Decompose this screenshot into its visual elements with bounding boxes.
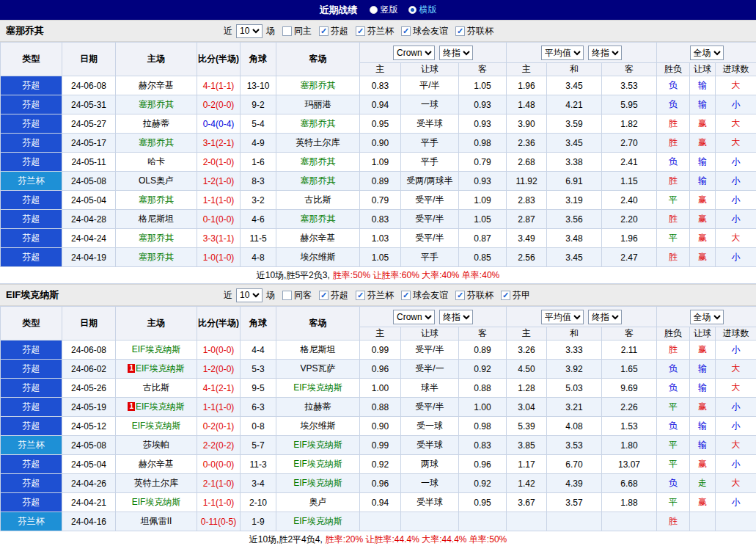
avg-home — [507, 512, 547, 531]
away-team[interactable]: 塞那乔其 — [276, 153, 360, 172]
bookmaker-select[interactable]: Crown — [393, 46, 435, 60]
avg-draw: 3.92 — [547, 360, 602, 379]
home-team[interactable]: EIF埃克纳斯 — [116, 493, 197, 512]
avg-home: 1.48 — [507, 95, 547, 114]
away-team[interactable]: 埃尔维斯 — [276, 248, 360, 267]
home-team[interactable]: 拉赫蒂 — [116, 114, 197, 134]
home-team[interactable]: 塞那乔其 — [116, 229, 197, 248]
home-team[interactable]: 英特土尔库 — [116, 474, 197, 493]
filter-checkbox[interactable]: ✓芬兰杯 — [356, 289, 394, 302]
result-winlose: 负 — [657, 95, 690, 114]
away-team[interactable]: EIF埃克纳斯 — [276, 455, 360, 474]
odds-away: 0.98 — [459, 134, 507, 153]
home-team[interactable]: 哈卡 — [116, 153, 197, 172]
away-team[interactable]: 玛丽港 — [276, 95, 360, 114]
filter-checkbox[interactable]: ✓球会友谊 — [401, 289, 448, 302]
radio-label: 横版 — [419, 4, 437, 16]
final-odds-select[interactable]: 终指 — [588, 310, 622, 324]
away-team[interactable]: EIF埃克纳斯 — [276, 436, 360, 455]
avg-draw: 3.48 — [547, 229, 602, 248]
match-row: 芬超24-04-24塞那乔其3-3(1-1)11-5赫尔辛基1.03受平/半0.… — [1, 229, 756, 248]
scope-select[interactable]: 全场 — [690, 310, 724, 324]
home-team[interactable]: 1EIF埃克纳斯 — [116, 360, 197, 379]
home-team[interactable]: 赫尔辛基 — [116, 76, 197, 95]
odds-away: 0.92 — [459, 474, 507, 493]
filter-checkbox[interactable]: 同客 — [282, 289, 312, 302]
odds-away: 1.05 — [459, 210, 507, 229]
avg-home: 3.85 — [507, 436, 547, 455]
average-select[interactable]: 平均值 — [541, 46, 584, 60]
filter-checkbox[interactable]: ✓芬超 — [319, 25, 348, 37]
away-team[interactable]: 英特土尔库 — [276, 134, 360, 153]
layout-option[interactable]: 横版 — [408, 4, 437, 16]
filter-checkbox[interactable]: ✓芬超 — [319, 289, 348, 302]
home-team[interactable]: 1EIF埃克纳斯 — [116, 398, 197, 417]
away-team[interactable]: EIF埃克纳斯 — [276, 512, 360, 531]
checkbox-icon: ✓ — [319, 26, 329, 36]
away-team[interactable]: EIF埃克纳斯 — [276, 379, 360, 398]
away-team[interactable]: 古比斯 — [276, 191, 360, 210]
away-team[interactable]: 塞那乔其 — [276, 210, 360, 229]
checkbox-icon: ✓ — [401, 26, 411, 36]
home-team[interactable]: 塞那乔其 — [116, 191, 197, 210]
match-count-select[interactable]: 10 — [236, 288, 263, 302]
league-badge: 芬超 — [1, 114, 62, 134]
bookmaker-select[interactable]: Crown — [393, 310, 435, 324]
home-team[interactable]: 莎埃帕 — [116, 436, 197, 455]
away-team[interactable]: 塞那乔其 — [276, 114, 360, 134]
away-team[interactable]: VPS瓦萨 — [276, 360, 360, 379]
filter-checkbox[interactable]: ✓芬甲 — [501, 289, 530, 302]
layout-option[interactable]: 竖版 — [370, 4, 398, 16]
match-count-select[interactable]: 10 — [236, 24, 263, 38]
home-team[interactable]: 塞那乔其 — [116, 134, 197, 153]
matches-table: 类型日期主场比分(半场)角球客场Crown终指平均值终指全场主让球客主和客胜负让… — [0, 306, 756, 531]
home-team[interactable]: 坦佩雷II — [116, 512, 197, 531]
avg-away: 6.68 — [602, 474, 657, 493]
home-team[interactable]: 赫尔辛基 — [116, 455, 197, 474]
home-team[interactable]: 塞那乔其 — [116, 248, 197, 267]
avg-away: 2.26 — [602, 398, 657, 417]
home-team[interactable]: OLS奥卢 — [116, 172, 197, 191]
average-select[interactable]: 平均值 — [541, 310, 584, 324]
corners: 1-6 — [241, 153, 276, 172]
away-team[interactable]: 拉赫蒂 — [276, 398, 360, 417]
home-team[interactable]: 古比斯 — [116, 379, 197, 398]
filter-checkbox[interactable]: 同主 — [282, 25, 312, 37]
filter-checkbox[interactable]: ✓芬联杯 — [455, 25, 493, 37]
league-badge: 芬兰杯 — [1, 512, 62, 531]
avg-draw: 4.08 — [547, 417, 602, 436]
away-team[interactable]: 赫尔辛基 — [276, 229, 360, 248]
odds-handicap: 一球 — [401, 474, 459, 493]
odds-handicap: 平手 — [401, 134, 459, 153]
away-team[interactable]: 格尼斯坦 — [276, 341, 360, 360]
league-badge: 芬超 — [1, 455, 62, 474]
away-team[interactable]: 塞那乔其 — [276, 172, 360, 191]
sub-column-header: 让球 — [690, 63, 716, 76]
avg-draw: 3.57 — [547, 493, 602, 512]
odds-handicap: 受半球 — [401, 114, 459, 134]
avg-away: 2.47 — [602, 248, 657, 267]
away-team[interactable]: EIF埃克纳斯 — [276, 474, 360, 493]
filter-checkbox[interactable]: ✓芬兰杯 — [356, 25, 394, 37]
filter-checkbox[interactable]: ✓芬联杯 — [455, 289, 493, 302]
scope-select[interactable]: 全场 — [690, 46, 724, 60]
match-row: 芬超24-06-08EIF埃克纳斯1-0(0-0)4-4格尼斯坦0.99受平/半… — [1, 341, 756, 360]
away-team[interactable]: 奥卢 — [276, 493, 360, 512]
odds-away: 0.93 — [459, 172, 507, 191]
home-team[interactable]: 格尼斯坦 — [116, 210, 197, 229]
away-team[interactable]: 埃尔维斯 — [276, 417, 360, 436]
final-odds-select[interactable]: 终指 — [588, 46, 622, 60]
home-team[interactable]: EIF埃克纳斯 — [116, 417, 197, 436]
odds-away: 0.92 — [459, 360, 507, 379]
final-odds-select[interactable]: 终指 — [439, 310, 473, 324]
sub-column-header: 进球数 — [716, 63, 756, 76]
match-score: 3-1(2-1) — [197, 134, 241, 153]
away-team[interactable]: 塞那乔其 — [276, 76, 360, 95]
home-team[interactable]: EIF埃克纳斯 — [116, 341, 197, 360]
checkbox-icon: ✓ — [319, 291, 329, 300]
filter-checkbox[interactable]: ✓球会友谊 — [401, 25, 448, 37]
final-odds-select[interactable]: 终指 — [439, 46, 473, 60]
league-badge: 芬超 — [1, 229, 62, 248]
league-badge: 芬超 — [1, 210, 62, 229]
home-team[interactable]: 塞那乔其 — [116, 95, 197, 114]
